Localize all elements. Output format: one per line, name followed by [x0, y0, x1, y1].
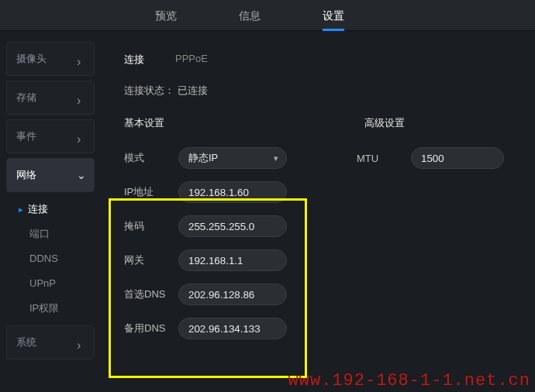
gateway-label: 网关	[124, 253, 178, 267]
status-value: 已连接	[178, 84, 208, 96]
sidebar-item-network[interactable]: 网络	[6, 158, 95, 192]
chevron-right-icon	[77, 132, 85, 140]
gateway-input[interactable]	[178, 249, 287, 271]
sidebar-item-label: 存储	[16, 91, 36, 105]
sidebar-sub-port[interactable]: 端口	[0, 222, 101, 246]
sidebar-sub-connection[interactable]: 连接	[0, 197, 101, 222]
mode-label: 模式	[124, 151, 178, 165]
sidebar-sub-upnp[interactable]: UPnP	[0, 271, 101, 296]
mode-select-value: 静态IP	[188, 152, 218, 163]
sidebar-item-storage[interactable]: 存储	[6, 81, 95, 115]
chevron-right-icon	[77, 339, 85, 346]
dns1-input[interactable]	[178, 284, 287, 305]
sidebar-item-label: 事件	[16, 129, 36, 143]
tab-info[interactable]: 信息	[239, 0, 261, 31]
section-titles: 基本设置 高级设置	[116, 116, 527, 130]
sidebar-sub-ip-permission[interactable]: IP权限	[0, 296, 101, 321]
sub-tab-connection[interactable]: 连接	[124, 53, 144, 67]
mask-input[interactable]	[178, 215, 287, 237]
section-basic-title: 基本设置	[124, 116, 364, 130]
dns2-input[interactable]	[178, 318, 287, 339]
chevron-down-icon	[77, 171, 85, 179]
tab-settings[interactable]: 设置	[323, 0, 344, 31]
section-advanced-title: 高级设置	[364, 116, 405, 130]
tab-preview[interactable]: 预览	[155, 0, 177, 31]
sidebar-item-camera[interactable]: 摄像头	[6, 42, 95, 76]
dns2-label: 备用DNS	[124, 322, 178, 335]
sidebar: 摄像头 存储 事件 网络 连接 端口 DDNS UPnP IP权限 系统	[0, 37, 101, 392]
sidebar-item-label: 系统	[16, 335, 36, 349]
mode-select[interactable]: 静态IP	[178, 147, 287, 169]
sub-tab-bar: 连接 PPPoE	[116, 53, 527, 67]
chevron-right-icon	[77, 55, 85, 63]
sidebar-item-label: 摄像头	[16, 52, 47, 66]
sub-tab-pppoe[interactable]: PPPoE	[175, 53, 208, 67]
status-label: 连接状态：	[124, 84, 174, 96]
dns1-label: 首选DNS	[124, 287, 178, 301]
sidebar-item-event[interactable]: 事件	[6, 119, 95, 153]
sidebar-item-system[interactable]: 系统	[6, 325, 95, 359]
sidebar-sub-ddns[interactable]: DDNS	[0, 246, 101, 271]
chevron-right-icon	[77, 94, 85, 101]
mtu-input[interactable]	[411, 147, 504, 169]
ip-label: IP地址	[124, 185, 178, 199]
top-tab-bar: 预览 信息 设置	[0, 0, 535, 31]
connection-status: 连接状态： 已连接	[116, 84, 527, 98]
mtu-label: MTU	[357, 153, 411, 164]
mask-label: 掩码	[124, 219, 178, 233]
sidebar-item-label: 网络	[16, 168, 36, 182]
main-content: 连接 PPPoE 连接状态： 已连接 基本设置 高级设置 模式 静态IP MTU…	[109, 37, 535, 392]
ip-input[interactable]	[178, 181, 287, 203]
